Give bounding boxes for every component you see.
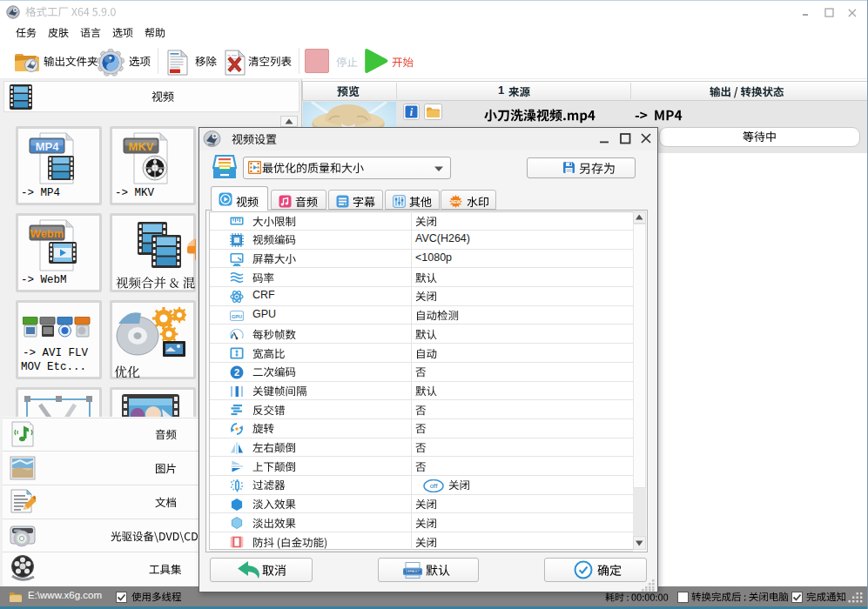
svg-text:DEFAULT: DEFAULT (406, 570, 421, 573)
svg-text:off: off (430, 482, 439, 490)
svg-text:2: 2 (234, 367, 239, 378)
svg-text:GPU: GPU (232, 314, 242, 319)
svg-text:MKV: MKV (129, 140, 154, 153)
svg-text:MP4: MP4 (36, 140, 60, 153)
svg-text:NEW: NEW (451, 200, 461, 204)
svg-text:Webm: Webm (30, 227, 64, 240)
